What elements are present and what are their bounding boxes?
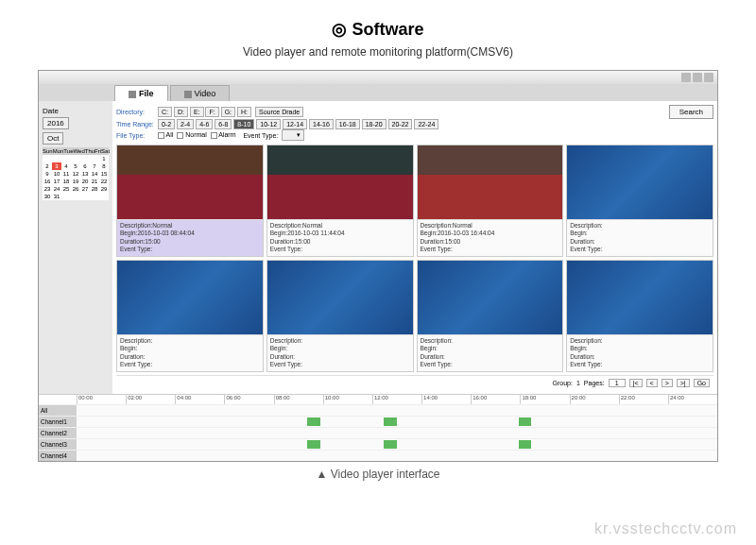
timeline-track[interactable] xyxy=(77,417,717,427)
event-type-dropdown[interactable]: ▾ xyxy=(282,129,304,141)
calendar-day[interactable]: 4 xyxy=(61,162,71,170)
calendar-day[interactable]: 12 xyxy=(71,170,80,178)
calendar-day[interactable]: 6 xyxy=(80,162,90,170)
drive-button[interactable]: C: xyxy=(158,107,172,117)
calendar-day[interactable]: 5 xyxy=(71,162,80,170)
video-card[interactable]: Description:Begin:Duration:Event Type: xyxy=(566,145,713,257)
thumbnail[interactable] xyxy=(267,261,413,334)
time-range-button[interactable]: 12-14 xyxy=(283,119,307,129)
video-card[interactable]: Description:NormalBegin:2016-10-03 16:44… xyxy=(417,145,564,257)
calendar-day[interactable]: 14 xyxy=(90,170,99,178)
close-icon[interactable] xyxy=(704,73,713,82)
timeline-segment[interactable] xyxy=(519,440,532,449)
last-page-button[interactable]: >| xyxy=(677,379,690,387)
time-range-button[interactable]: 6-8 xyxy=(215,119,232,129)
calendar-day[interactable]: 17 xyxy=(52,178,61,185)
file-type-option[interactable]: Normal xyxy=(177,131,210,138)
drive-button[interactable]: H: xyxy=(237,107,251,117)
calendar-day[interactable]: 26 xyxy=(71,185,80,193)
page-input[interactable] xyxy=(609,379,626,387)
drive-button[interactable]: F: xyxy=(205,107,218,117)
thumbnail[interactable] xyxy=(418,261,563,334)
time-range-button[interactable]: 2-4 xyxy=(177,119,194,129)
calendar-day[interactable]: 13 xyxy=(80,170,90,178)
thumbnail[interactable] xyxy=(418,145,563,219)
checkbox-icon[interactable] xyxy=(177,132,183,139)
calendar-day[interactable]: 2 xyxy=(43,162,52,170)
timeline-segment[interactable] xyxy=(384,440,397,449)
video-meta: Description:NormalBegin:2016-10-03 16:44… xyxy=(418,219,563,256)
thumbnail[interactable] xyxy=(117,261,263,334)
calendar-day[interactable]: 10 xyxy=(52,170,61,178)
time-range-button[interactable]: 14-16 xyxy=(309,119,334,129)
calendar-day[interactable]: 20 xyxy=(80,178,90,185)
calendar-day[interactable]: 21 xyxy=(90,178,99,185)
time-range-button[interactable]: 4-6 xyxy=(196,119,213,129)
calendar-day[interactable]: 28 xyxy=(90,185,99,193)
first-page-button[interactable]: |< xyxy=(629,379,643,387)
year-selector[interactable]: 2016 xyxy=(43,117,69,129)
timeline-segment[interactable] xyxy=(307,417,320,426)
next-page-button[interactable]: > xyxy=(662,379,673,387)
timeline-track[interactable] xyxy=(77,428,717,438)
thumbnail[interactable] xyxy=(267,145,413,219)
calendar-day[interactable]: 29 xyxy=(99,185,109,193)
calendar-day[interactable]: 31 xyxy=(52,193,61,200)
calendar-day[interactable]: 7 xyxy=(90,162,99,170)
time-range-button[interactable]: 0-2 xyxy=(158,119,175,129)
timeline-track[interactable] xyxy=(77,451,717,461)
timeline-track[interactable] xyxy=(77,405,717,416)
time-range-button[interactable]: 10-12 xyxy=(256,119,281,129)
go-button[interactable]: Go xyxy=(694,379,710,387)
calendar-day[interactable]: 25 xyxy=(61,185,71,193)
video-card[interactable]: Description:Begin:Duration:Event Type: xyxy=(116,260,264,372)
calendar-day[interactable]: 15 xyxy=(99,170,109,178)
timeline-segment[interactable] xyxy=(519,417,532,426)
calendar-day[interactable]: 19 xyxy=(71,178,80,185)
calendar-day[interactable]: 9 xyxy=(43,170,52,178)
checkbox-icon[interactable] xyxy=(211,132,217,139)
prev-page-button[interactable]: < xyxy=(646,379,658,387)
time-range-button[interactable]: 8-10 xyxy=(233,119,254,129)
file-type-option[interactable]: Alarm xyxy=(211,131,240,138)
drive-button[interactable]: G: xyxy=(221,107,235,117)
time-range-button[interactable]: 20-22 xyxy=(388,119,413,129)
drive-button[interactable]: D: xyxy=(174,107,188,117)
calendar-day[interactable]: 8 xyxy=(99,162,109,170)
calendar-day[interactable]: 18 xyxy=(61,178,71,185)
search-button[interactable]: Search xyxy=(669,105,713,119)
time-range-button[interactable]: 16-18 xyxy=(335,119,360,129)
thumbnail[interactable] xyxy=(567,145,713,219)
calendar-day[interactable]: 22 xyxy=(99,178,109,185)
calendar-day[interactable]: 16 xyxy=(43,178,52,185)
month-selector[interactable]: Oct xyxy=(43,132,63,145)
drive-button[interactable]: E: xyxy=(190,107,204,117)
calendar-day[interactable]: 24 xyxy=(52,185,61,193)
calendar-day[interactable]: 23 xyxy=(43,185,52,193)
calendar-day[interactable]: 30 xyxy=(43,193,52,200)
video-card[interactable]: Description:Begin:Duration:Event Type: xyxy=(417,260,564,372)
calendar-day[interactable]: 27 xyxy=(80,185,90,193)
checkbox-icon[interactable] xyxy=(158,132,164,139)
scan-local-button[interactable]: Source Drade xyxy=(255,107,303,117)
calendar-day[interactable]: 3 xyxy=(52,162,61,170)
tab-file[interactable]: File xyxy=(114,85,168,101)
thumbnail[interactable] xyxy=(567,261,713,334)
time-range-button[interactable]: 18-20 xyxy=(362,119,387,129)
calendar[interactable]: 1234567891011121314151617181920212223242… xyxy=(43,155,109,200)
video-card[interactable]: Description:Begin:Duration:Event Type: xyxy=(266,260,414,372)
calendar-day[interactable]: 1 xyxy=(99,155,109,162)
timeline-track[interactable] xyxy=(77,439,717,450)
tab-video[interactable]: Video xyxy=(170,85,231,101)
file-type-option[interactable]: All xyxy=(158,131,177,138)
time-range-button[interactable]: 22-24 xyxy=(414,119,438,129)
maximize-icon[interactable] xyxy=(693,73,702,82)
video-card[interactable]: Description:NormalBegin:2016-10-03 11:44… xyxy=(266,145,414,257)
calendar-day[interactable]: 11 xyxy=(61,170,71,178)
timeline-segment[interactable] xyxy=(307,440,320,449)
video-card[interactable]: Description:Begin:Duration:Event Type: xyxy=(566,260,713,372)
video-card[interactable]: Description:NormalBegin:2016-10-03 08:44… xyxy=(116,145,264,257)
thumbnail[interactable] xyxy=(117,145,263,219)
timeline-segment[interactable] xyxy=(384,417,397,426)
minimize-icon[interactable] xyxy=(681,73,691,82)
